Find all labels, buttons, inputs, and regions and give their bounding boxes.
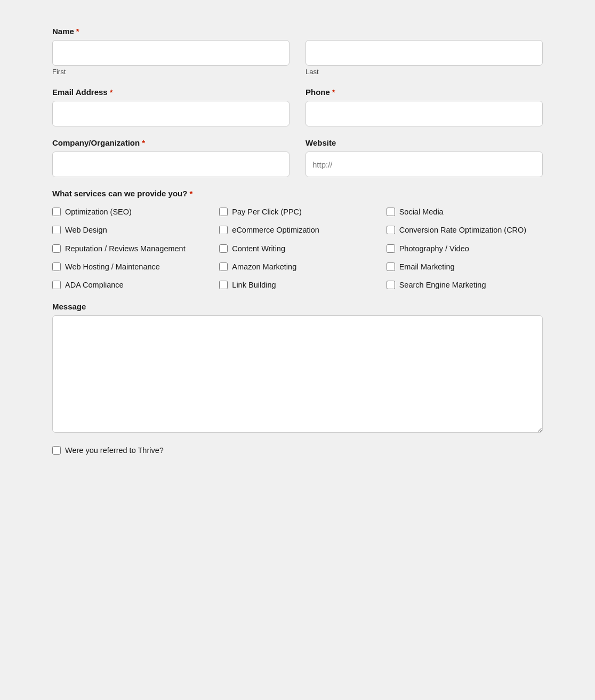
checkbox-hosting-label: Web Hosting / Maintenance bbox=[65, 261, 160, 272]
checkbox-ada-label: ADA Compliance bbox=[65, 280, 124, 290]
checkbox-ppc-input[interactable] bbox=[219, 208, 228, 216]
checkbox-ecommerce[interactable]: eCommerce Optimization bbox=[219, 225, 375, 235]
company-website-row: Company/Organization* Website bbox=[52, 138, 543, 177]
checkbox-social-input[interactable] bbox=[387, 208, 395, 216]
email-label: Email Address* bbox=[52, 88, 290, 97]
name-label: Name* bbox=[52, 27, 290, 36]
checkbox-seo-input[interactable] bbox=[52, 208, 61, 216]
last-name-spacer bbox=[305, 27, 543, 36]
first-name-sublabel: First bbox=[52, 68, 290, 76]
checkbox-email-label: Email Marketing bbox=[399, 261, 455, 272]
first-name-col: Name* First bbox=[52, 27, 290, 76]
company-label: Company/Organization* bbox=[52, 138, 290, 147]
services-label: What services can we provide you?* bbox=[52, 189, 543, 198]
checkbox-seo[interactable]: Optimization (SEO) bbox=[52, 206, 208, 217]
checkbox-ecommerce-label: eCommerce Optimization bbox=[232, 225, 319, 235]
checkbox-linkbuilding-label: Link Building bbox=[232, 280, 276, 290]
email-col: Email Address* bbox=[52, 88, 290, 126]
phone-input[interactable] bbox=[305, 101, 543, 126]
message-textarea[interactable] bbox=[52, 315, 543, 433]
checkbox-ppc-label: Pay Per Click (PPC) bbox=[232, 206, 302, 217]
checkbox-photography[interactable]: Photography / Video bbox=[387, 243, 543, 254]
phone-col: Phone* bbox=[305, 88, 543, 126]
services-grid: Optimization (SEO) Pay Per Click (PPC) S… bbox=[52, 206, 543, 290]
company-input[interactable] bbox=[52, 152, 290, 177]
checkbox-email-input[interactable] bbox=[387, 262, 395, 271]
checkbox-ppc[interactable]: Pay Per Click (PPC) bbox=[219, 206, 375, 217]
checkbox-webdesign-label: Web Design bbox=[65, 225, 107, 235]
checkbox-photography-label: Photography / Video bbox=[399, 243, 469, 254]
message-section: Message bbox=[52, 302, 543, 434]
checkbox-cro-label: Conversion Rate Optimization (CRO) bbox=[399, 225, 527, 235]
name-required-star: * bbox=[76, 27, 79, 36]
company-required-star: * bbox=[142, 138, 145, 147]
checkbox-webdesign[interactable]: Web Design bbox=[52, 225, 208, 235]
checkbox-amazon-label: Amazon Marketing bbox=[232, 261, 296, 272]
checkbox-ada-input[interactable] bbox=[52, 281, 61, 289]
checkbox-content-label: Content Writing bbox=[232, 243, 285, 254]
checkbox-cro-input[interactable] bbox=[387, 226, 395, 234]
first-name-input[interactable] bbox=[52, 40, 290, 66]
checkbox-ecommerce-input[interactable] bbox=[219, 226, 228, 234]
referral-section: Were you referred to Thrive? bbox=[52, 446, 543, 455]
website-label: Website bbox=[305, 138, 543, 147]
website-input[interactable] bbox=[305, 152, 543, 177]
checkbox-sem-input[interactable] bbox=[387, 281, 395, 289]
last-name-input[interactable] bbox=[305, 40, 543, 66]
contact-form: Name* First Last Email Address* Phone* bbox=[31, 11, 564, 471]
email-phone-row: Email Address* Phone* bbox=[52, 88, 543, 126]
email-input[interactable] bbox=[52, 101, 290, 126]
last-name-col: Last bbox=[305, 27, 543, 76]
name-row: Name* First Last bbox=[52, 27, 543, 76]
services-required-star: * bbox=[189, 189, 192, 198]
checkbox-seo-label: Optimization (SEO) bbox=[65, 206, 132, 217]
checkbox-reputation-input[interactable] bbox=[52, 244, 61, 253]
phone-required-star: * bbox=[332, 88, 335, 97]
email-required-star: * bbox=[110, 88, 113, 97]
checkbox-cro[interactable]: Conversion Rate Optimization (CRO) bbox=[387, 225, 543, 235]
checkbox-amazon-input[interactable] bbox=[219, 262, 228, 271]
checkbox-webdesign-input[interactable] bbox=[52, 226, 61, 234]
checkbox-amazon[interactable]: Amazon Marketing bbox=[219, 261, 375, 272]
checkbox-sem-label: Search Engine Marketing bbox=[399, 280, 486, 290]
website-col: Website bbox=[305, 138, 543, 177]
checkbox-linkbuilding[interactable]: Link Building bbox=[219, 280, 375, 290]
message-label: Message bbox=[52, 302, 543, 311]
checkbox-reputation[interactable]: Reputation / Reviews Management bbox=[52, 243, 208, 254]
referral-label: Were you referred to Thrive? bbox=[65, 446, 164, 455]
checkbox-content-input[interactable] bbox=[219, 244, 228, 253]
last-name-sublabel: Last bbox=[305, 68, 543, 76]
checkbox-ada[interactable]: ADA Compliance bbox=[52, 280, 208, 290]
checkbox-photography-input[interactable] bbox=[387, 244, 395, 253]
checkbox-linkbuilding-input[interactable] bbox=[219, 281, 228, 289]
checkbox-email[interactable]: Email Marketing bbox=[387, 261, 543, 272]
company-col: Company/Organization* bbox=[52, 138, 290, 177]
checkbox-social[interactable]: Social Media bbox=[387, 206, 543, 217]
referral-checkbox[interactable] bbox=[52, 446, 61, 455]
checkbox-sem[interactable]: Search Engine Marketing bbox=[387, 280, 543, 290]
checkbox-hosting[interactable]: Web Hosting / Maintenance bbox=[52, 261, 208, 272]
services-section: What services can we provide you?* Optim… bbox=[52, 189, 543, 290]
checkbox-hosting-input[interactable] bbox=[52, 262, 61, 271]
checkbox-reputation-label: Reputation / Reviews Management bbox=[65, 243, 186, 254]
phone-label: Phone* bbox=[305, 88, 543, 97]
checkbox-social-label: Social Media bbox=[399, 206, 444, 217]
checkbox-content[interactable]: Content Writing bbox=[219, 243, 375, 254]
